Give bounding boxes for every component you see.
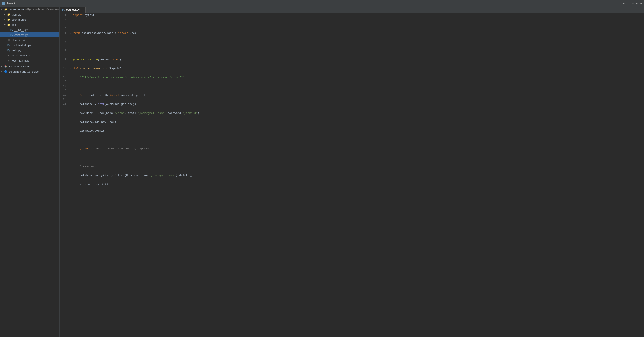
sidebar-item-label: test_main.http xyxy=(12,59,29,62)
expand-arrow: ▼ xyxy=(4,24,7,26)
title-bar-icons: ⊕ ≡ ⇌ ⚙ — xyxy=(623,1,642,5)
expand-arrow: ▶ xyxy=(4,18,7,21)
sidebar-item-tests[interactable]: ▼ 📁 tests xyxy=(0,22,60,27)
token: @pytest.fixture xyxy=(73,58,98,62)
code-line-14: database.commit() xyxy=(70,129,642,133)
py-file-icon: Py xyxy=(7,49,11,52)
token: , password= xyxy=(164,111,183,116)
http-file-icon: ◈ xyxy=(7,59,11,62)
tab-close-button[interactable]: ✕ xyxy=(81,8,83,11)
token: .email == xyxy=(133,173,150,178)
sidebar-item-external-libs[interactable]: ▶ 📚 External Libraries xyxy=(0,64,60,69)
project-dropdown-arrow[interactable]: ▼ xyxy=(16,2,18,4)
code-line-5 xyxy=(70,49,642,53)
gutter-11 xyxy=(70,103,73,106)
token: User xyxy=(126,173,133,178)
minimize-icon[interactable]: — xyxy=(640,2,642,5)
sidebar-item-conftest-py[interactable]: Py conftest.py xyxy=(0,32,60,37)
sidebar-item-scratches[interactable]: ▶ 🔵 Scratches and Consoles xyxy=(0,69,60,74)
sidebar-item-label: requirements.txt xyxy=(12,54,31,57)
token: ) xyxy=(198,111,199,116)
code-line-2 xyxy=(70,22,642,27)
sidebar-item-test-main-http[interactable]: ◈ test_main.http xyxy=(0,58,60,63)
sidebar-item-label: alembic xyxy=(12,13,21,16)
token xyxy=(73,165,80,169)
sidebar-item-alembic-ini[interactable]: ▤ alembic.ini xyxy=(0,37,60,42)
code-line-15 xyxy=(70,138,642,142)
code-line-7: ▽def create_dummy_user(tmpdir): xyxy=(70,67,642,71)
gutter-5 xyxy=(70,49,73,53)
token: import xyxy=(73,13,83,18)
token xyxy=(73,93,80,98)
sidebar: ▼ 📁 ecommerce ~/PycharmProjects/ecommerc… xyxy=(0,7,60,337)
expand-arrow: ▶ xyxy=(4,13,7,16)
py-file-icon: Py xyxy=(10,33,14,36)
collapse-icon[interactable]: ≡ xyxy=(628,2,629,5)
token: (override_get_db()) xyxy=(104,102,136,107)
token xyxy=(88,147,91,151)
sidebar-item-ecommerce-root[interactable]: ▼ 📁 ecommerce ~/PycharmProjects/ecommerc… xyxy=(0,7,60,12)
token: pytest xyxy=(83,13,94,18)
project-label[interactable]: Project xyxy=(6,2,15,5)
token: create_dummy_user xyxy=(80,67,108,71)
code-line-10: from conf_test_db import override_get_db xyxy=(70,93,642,98)
token: 'john123' xyxy=(183,111,198,116)
token: () xyxy=(105,182,108,187)
code-line-3: ▷from ecommerce.user.models import User xyxy=(70,31,642,35)
token: 'john@gmail.com' xyxy=(150,173,176,178)
token: = xyxy=(111,58,113,62)
sidebar-item-init-py[interactable]: Py __init__.py xyxy=(0,27,60,32)
code-line-6: @pytest.fixture(autouse=True) xyxy=(70,58,642,62)
fold-marker-20[interactable]: ▷ xyxy=(70,183,73,187)
expand-arrow: ▶ xyxy=(1,70,4,73)
token: User xyxy=(98,111,104,116)
sidebar-item-label: tests xyxy=(12,23,17,26)
settings-icon[interactable]: ⚙ xyxy=(636,1,638,5)
token: ): xyxy=(120,67,123,71)
token: database. xyxy=(73,182,95,187)
token: (name= xyxy=(104,111,114,116)
code-line-12: new_user = User(name='John', email='john… xyxy=(70,111,642,116)
token: from xyxy=(80,93,86,98)
code-line-8: """Fixture to execute asserts before and… xyxy=(70,76,642,80)
refresh-icon[interactable]: ⇌ xyxy=(632,1,634,5)
sidebar-item-requirements[interactable]: ≡ requirements.txt xyxy=(0,53,60,58)
sidebar-item-label: alembic.ini xyxy=(12,38,24,42)
sidebar-item-label: Scratches and Consoles xyxy=(8,70,38,73)
token: autouse xyxy=(100,58,111,62)
folder-icon: 📁 xyxy=(7,13,11,16)
main-layout: ▼ 📁 ecommerce ~/PycharmProjects/ecommerc… xyxy=(0,7,644,337)
token: """Fixture to execute asserts before and… xyxy=(73,76,184,80)
sidebar-item-label: ecommerce xyxy=(12,18,26,21)
tab-conftest[interactable]: Py conftest.py ✕ xyxy=(60,7,86,13)
token: ( xyxy=(98,58,100,62)
token: new_user = xyxy=(73,111,98,116)
token: 'John' xyxy=(114,111,124,116)
code-line-16: yield # this is where the testing happen… xyxy=(70,147,642,151)
sidebar-item-label: ecommerce xyxy=(8,8,24,11)
code-content[interactable]: import pytest ▷from ecommerce.user.model… xyxy=(68,13,644,337)
token: yield xyxy=(80,147,88,151)
sidebar-item-label: __init__.py xyxy=(14,28,28,31)
editor-area: Py conftest.py ✕ 1 2 3 4 5 6 7 8 9 10 11… xyxy=(60,7,644,337)
token: True xyxy=(113,58,119,62)
fold-marker-7[interactable]: ▽ xyxy=(70,67,73,71)
sidebar-item-conf-test-db[interactable]: Py conf_test_db.py xyxy=(0,42,60,48)
token: def xyxy=(73,67,80,71)
code-editor[interactable]: 1 2 3 4 5 6 7 8 9 10 11 12 13 14 15 16 1… xyxy=(60,13,644,337)
sync-icon[interactable]: ⊕ xyxy=(623,1,625,5)
token: database. xyxy=(73,129,94,133)
gutter-8 xyxy=(70,76,73,79)
code-line-19: database.query(User).filter(User.email =… xyxy=(70,173,642,178)
token: database.query( xyxy=(73,173,104,178)
scratches-icon: 🔵 xyxy=(4,70,8,73)
sidebar-item-ecommerce-folder[interactable]: ▶ 📁 ecommerce xyxy=(0,17,60,22)
gutter-1 xyxy=(70,14,73,17)
sidebar-item-main-py[interactable]: Py main.py xyxy=(0,48,60,53)
token: database = xyxy=(73,102,98,107)
token: User xyxy=(128,31,136,35)
token: override_get_db xyxy=(119,93,146,98)
fold-marker-3[interactable]: ▷ xyxy=(70,31,73,35)
sidebar-item-alembic[interactable]: ▶ 📁 alembic xyxy=(0,12,60,17)
gutter-18 xyxy=(70,165,73,168)
